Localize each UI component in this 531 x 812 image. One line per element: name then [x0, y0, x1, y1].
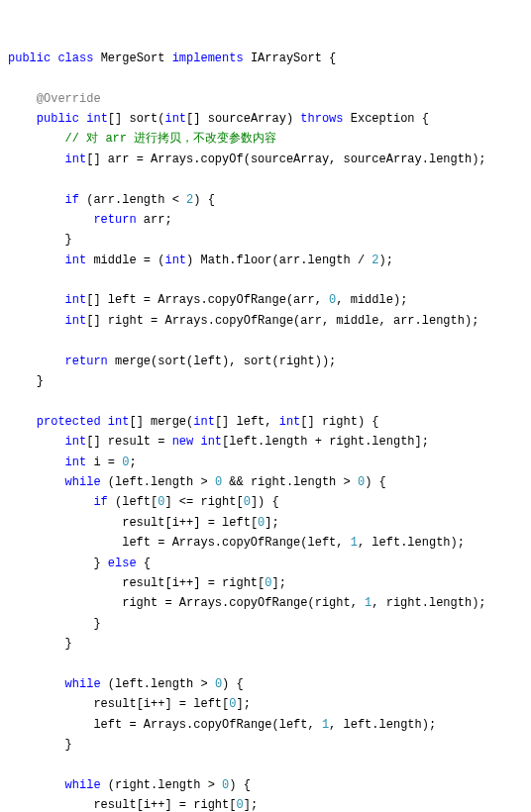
exception: Exception	[351, 112, 415, 126]
type: int	[65, 456, 87, 469]
keyword: else	[108, 557, 137, 570]
type: int	[164, 112, 186, 126]
keyword: new	[172, 435, 194, 449]
class-ref: Arrays	[179, 596, 222, 610]
type: int	[65, 435, 87, 449]
array-bracket: []	[108, 112, 122, 126]
class-ref: Math	[200, 254, 229, 267]
type: int	[65, 152, 87, 166]
var: left	[122, 536, 151, 550]
method-call: copyOfRange	[222, 536, 300, 550]
keyword: if	[93, 495, 107, 509]
number: 1	[351, 536, 358, 550]
method-call: copyOfRange	[208, 293, 286, 307]
var: right	[108, 314, 144, 328]
method-call: floor	[236, 254, 271, 267]
type: int	[65, 314, 87, 328]
keyword: class	[57, 51, 93, 65]
param: right	[322, 415, 358, 429]
method-call: copyOf	[200, 152, 243, 166]
interface-name: IArraySort	[251, 51, 322, 65]
keyword: if	[65, 193, 79, 207]
keyword: throws	[300, 112, 343, 126]
param: left	[236, 415, 265, 429]
class-ref: Arrays	[158, 293, 200, 307]
var: arr	[108, 152, 130, 166]
class-ref: Arrays	[172, 536, 215, 550]
method-name: sort	[129, 112, 158, 126]
var: i	[93, 456, 100, 469]
comment: // 对 arr 进行拷贝，不改变参数内容	[65, 132, 277, 146]
method-call: copyOfRange	[229, 596, 307, 610]
class-ref: Arrays	[164, 314, 207, 328]
var: right	[122, 596, 158, 610]
type: int	[164, 254, 186, 267]
brace: {	[329, 51, 336, 65]
keyword: implements	[172, 51, 244, 65]
class-ref: Arrays	[144, 718, 186, 732]
number: 0	[236, 798, 243, 812]
class-ref: Arrays	[151, 152, 193, 166]
type: int	[65, 293, 87, 307]
keyword: while	[65, 778, 101, 792]
number: 0	[215, 475, 222, 489]
method-name: merge	[151, 415, 186, 429]
type: int	[193, 415, 215, 429]
keyword: public	[37, 112, 79, 126]
var: result	[108, 435, 151, 449]
var: left	[108, 293, 137, 307]
type: int	[86, 112, 108, 126]
annotation: @Override	[37, 92, 101, 106]
code-block: public class MergeSort implements IArray…	[8, 49, 523, 812]
var: left	[93, 718, 122, 732]
type: int	[200, 435, 222, 449]
param: sourceArray	[208, 112, 286, 126]
keyword: return	[93, 213, 136, 227]
keyword: public	[8, 51, 51, 65]
method-call: merge	[115, 355, 151, 368]
number: 0	[244, 495, 251, 509]
number: 0	[215, 677, 222, 691]
method-call: sort	[244, 355, 272, 368]
keyword: protected	[37, 415, 101, 429]
keyword: while	[65, 677, 101, 691]
number: 2	[372, 254, 378, 267]
class-name: MergeSort	[101, 51, 165, 65]
method-call: sort	[158, 355, 186, 368]
type: int	[108, 415, 130, 429]
type: int	[65, 254, 87, 267]
keyword: while	[65, 475, 101, 489]
keyword: return	[65, 355, 108, 368]
method-call: copyOfRange	[193, 718, 271, 732]
type: int	[279, 415, 301, 429]
var: middle	[93, 254, 136, 267]
method-call: copyOfRange	[215, 314, 293, 328]
